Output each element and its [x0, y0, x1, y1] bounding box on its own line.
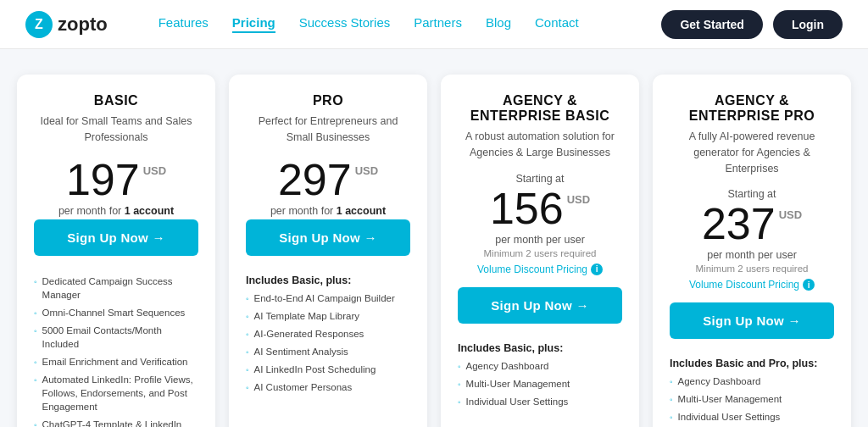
- pro-features: Includes Basic, plus: ◦End-to-End AI Cam…: [246, 274, 410, 399]
- dot-icon: ◦: [458, 379, 461, 391]
- dot-icon: ◦: [34, 419, 37, 427]
- pricing-grid: BASIC Ideal for Small Teams and Sales Pr…: [17, 75, 851, 427]
- dot-icon: ◦: [246, 364, 249, 376]
- agency-pro-feature-2: ◦Multi-User Management: [670, 392, 834, 406]
- basic-feature-4: ◦Email Enrichment and Verification: [34, 355, 198, 369]
- pro-feature-3: ◦AI-Generated Responses: [246, 327, 410, 341]
- dot-icon: ◦: [34, 357, 37, 369]
- agency-basic-price-row: 156 USD: [458, 186, 622, 230]
- pricing-card-agency-pro: AGENCY & ENTERPRISE PRO A fully AI-power…: [653, 75, 851, 427]
- agency-basic-currency: USD: [567, 193, 590, 206]
- pricing-section: BASIC Ideal for Small Teams and Sales Pr…: [0, 49, 868, 427]
- basic-price-desc: per month for 1 account: [34, 205, 198, 217]
- basic-feature-1: ◦Dedicated Campaign Success Manager: [34, 274, 198, 302]
- agency-pro-currency: USD: [779, 208, 802, 221]
- pro-price: 297: [278, 158, 352, 202]
- basic-feature-5: ◦Automated LinkedIn: Profile Views, Foll…: [34, 373, 198, 413]
- pricing-card-basic: BASIC Ideal for Small Teams and Sales Pr…: [17, 75, 215, 427]
- get-started-button[interactable]: Get Started: [661, 10, 762, 39]
- nav-pricing[interactable]: Pricing: [232, 15, 275, 33]
- agency-basic-signup-button[interactable]: Sign Up Now →: [458, 287, 622, 324]
- pro-feature-1: ◦End-to-End AI Campaign Builder: [246, 291, 410, 305]
- basic-subtitle: Ideal for Small Teams and Sales Professi…: [34, 114, 198, 146]
- pricing-card-pro: PRO Perfect for Entrepreneurs and Small …: [229, 75, 427, 427]
- agency-basic-premium: Premium Agency Option ($997 one-time fee…: [458, 421, 622, 427]
- dot-icon: ◦: [246, 382, 249, 394]
- agency-basic-price: 156: [490, 186, 564, 230]
- dot-icon: ◦: [246, 311, 249, 323]
- agency-pro-min-users: Minimum 2 users required: [670, 263, 834, 274]
- nav-links: Features Pricing Success Stories Partner…: [159, 15, 662, 33]
- pro-subtitle: Perfect for Entrepreneurs and Small Busi…: [246, 114, 410, 146]
- agency-basic-feature-2: ◦Multi-User Management: [458, 377, 622, 391]
- dot-icon: ◦: [670, 376, 673, 388]
- pro-feature-4: ◦AI Sentiment Analysis: [246, 345, 410, 358]
- logo[interactable]: Z zopto: [25, 11, 108, 38]
- login-button[interactable]: Login: [773, 10, 843, 39]
- agency-pro-features: Includes Basic and Pro, plus: ◦Agency Da…: [670, 358, 834, 427]
- pricing-card-agency-basic: AGENCY & ENTERPRISE BASIC A robust autom…: [441, 75, 639, 427]
- nav-partners[interactable]: Partners: [414, 15, 462, 33]
- basic-currency: USD: [143, 164, 166, 177]
- info-icon[interactable]: i: [591, 263, 603, 275]
- dot-icon: ◦: [458, 396, 461, 408]
- agency-pro-starting: Starting at: [670, 188, 834, 200]
- navbar: Z zopto Features Pricing Success Stories…: [0, 0, 868, 49]
- agency-pro-feature-1: ◦Agency Dashboard: [670, 374, 834, 388]
- logo-icon: Z: [25, 11, 53, 38]
- agency-pro-feature-3: ◦Individual User Settings: [670, 410, 834, 424]
- agency-pro-subtitle: A fully AI-powered revenue generator for…: [670, 129, 834, 176]
- dot-icon: ◦: [246, 329, 249, 341]
- dot-icon: ◦: [34, 374, 37, 386]
- nav-success[interactable]: Success Stories: [299, 15, 391, 33]
- agency-basic-features-header: Includes Basic, plus:: [458, 342, 622, 354]
- pro-features-header: Includes Basic, plus:: [246, 274, 410, 286]
- agency-pro-features-header: Includes Basic and Pro, plus:: [670, 358, 834, 369]
- agency-pro-price-row: 237 USD: [670, 202, 834, 246]
- agency-basic-volume-discount: Volume Discount Pricing i: [458, 263, 622, 275]
- agency-basic-min-users: Minimum 2 users required: [458, 248, 622, 258]
- logo-text: zopto: [58, 14, 108, 36]
- nav-blog[interactable]: Blog: [486, 15, 511, 33]
- agency-basic-subtitle: A robust automation solution for Agencie…: [458, 129, 622, 161]
- agency-basic-title: AGENCY & ENTERPRISE BASIC: [458, 93, 622, 124]
- agency-pro-price-desc: per month per user: [670, 249, 834, 261]
- info-icon[interactable]: i: [803, 279, 815, 291]
- basic-feature-6: ◦ChatGPT-4 Template & LinkedIn Post Crea…: [34, 418, 198, 427]
- pro-price-row: 297 USD: [246, 158, 410, 202]
- svg-text:Z: Z: [35, 17, 43, 31]
- dot-icon: ◦: [670, 394, 673, 406]
- agency-basic-price-desc: per month per user: [458, 234, 622, 246]
- pro-feature-6: ◦AI Customer Personas: [246, 380, 410, 394]
- dot-icon: ◦: [34, 308, 37, 319]
- dot-icon: ◦: [34, 325, 37, 337]
- pro-currency: USD: [355, 164, 378, 177]
- agency-basic-features: Includes Basic, plus: ◦Agency Dashboard …: [458, 342, 622, 413]
- agency-basic-feature-3: ◦Individual User Settings: [458, 395, 622, 408]
- nav-contact[interactable]: Contact: [535, 15, 579, 33]
- agency-pro-price: 237: [702, 202, 776, 246]
- agency-basic-starting: Starting at: [458, 173, 622, 185]
- dot-icon: ◦: [670, 412, 673, 424]
- basic-features: ◦Dedicated Campaign Success Manager ◦Omn…: [34, 274, 198, 428]
- pro-title: PRO: [246, 93, 410, 108]
- dot-icon: ◦: [246, 293, 249, 305]
- basic-price: 197: [66, 158, 140, 202]
- dot-icon: ◦: [246, 347, 249, 358]
- basic-feature-2: ◦Omni-Channel Smart Sequences: [34, 306, 198, 319]
- agency-pro-title: AGENCY & ENTERPRISE PRO: [670, 93, 834, 124]
- pro-feature-5: ◦AI LinkedIn Post Scheduling: [246, 363, 410, 376]
- pro-signup-button[interactable]: Sign Up Now →: [246, 219, 410, 256]
- dot-icon: ◦: [34, 276, 37, 288]
- basic-title: BASIC: [34, 93, 198, 108]
- basic-signup-button[interactable]: Sign Up Now →: [34, 219, 198, 256]
- basic-feature-3: ◦5000 Email Contacts/Month Included: [34, 324, 198, 351]
- agency-basic-feature-1: ◦Agency Dashboard: [458, 359, 622, 373]
- dot-icon: ◦: [458, 361, 461, 373]
- pro-feature-2: ◦AI Template Map Library: [246, 309, 410, 323]
- pro-price-desc: per month for 1 account: [246, 205, 410, 217]
- basic-price-row: 197 USD: [34, 158, 198, 202]
- agency-pro-signup-button[interactable]: Sign Up Now →: [670, 302, 834, 339]
- nav-features[interactable]: Features: [159, 15, 209, 33]
- nav-actions: Get Started Login: [661, 10, 843, 39]
